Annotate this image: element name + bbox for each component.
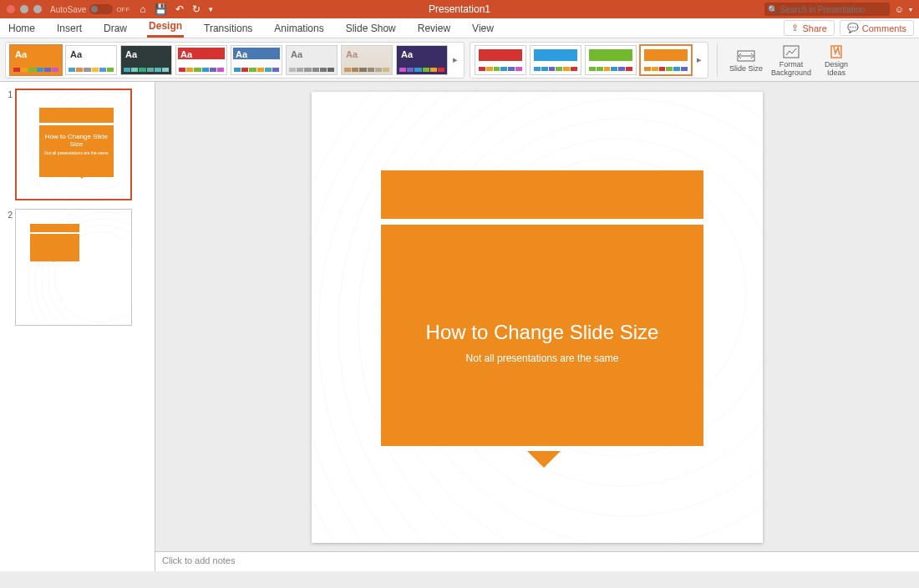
undo-icon[interactable]: ↶ (175, 3, 184, 15)
minimize-window-icon[interactable] (20, 5, 28, 13)
home-icon[interactable]: ⌂ (140, 3, 145, 15)
theme-dark[interactable]: Aa (120, 45, 172, 75)
window-titlebar: AutoSave OFF ⌂ 💾 ↶ ↻ ▾ Presentation1 🔍 ☺… (0, 0, 919, 18)
save-icon[interactable]: 💾 (155, 3, 167, 15)
format-bg-icon (771, 43, 811, 61)
format-bg-label: Format Background (771, 60, 811, 77)
editor-area: How to Change Slide Size Not all present… (155, 82, 919, 571)
slide-thumbnail-panel: 1 How to Change Slide SizeNot all presen… (0, 82, 155, 571)
theme-more-icon[interactable]: ▸ (449, 54, 461, 65)
design-ideas-icon (816, 43, 856, 61)
ribbon-tabs: Home Insert Draw Design Transitions Anim… (0, 18, 919, 38)
slide-subtitle[interactable]: Not all presentations are the same (381, 352, 703, 364)
variant-gallery: ▸ (470, 42, 708, 79)
autosave-label: AutoSave (50, 5, 86, 14)
tab-view[interactable]: View (470, 19, 495, 38)
share-button[interactable]: ⇪Share (784, 20, 834, 36)
slide-size-label: Slide Size (729, 64, 763, 73)
variant-green[interactable] (585, 45, 637, 75)
qat-more-icon[interactable]: ▾ (209, 5, 213, 13)
svg-rect-2 (784, 46, 799, 58)
tab-slide-show[interactable]: Slide Show (344, 19, 398, 38)
theme-purple[interactable]: Aa (396, 45, 448, 75)
variant-orange[interactable] (640, 45, 692, 75)
search-icon: 🔍 (768, 5, 778, 14)
theme-photo[interactable]: Aa (341, 45, 393, 75)
comments-button[interactable]: 💬Comments (840, 20, 914, 36)
workspace: 1 How to Change Slide SizeNot all presen… (0, 82, 919, 571)
theme-gallery: Aa Aa Aa Aa Aa Aa Aa Aa ▸ (5, 42, 465, 79)
tab-animations[interactable]: Animations (272, 19, 325, 38)
design-ribbon: Aa Aa Aa Aa Aa Aa Aa Aa ▸ ▸ Slide Size F… (0, 38, 919, 82)
slide-canvas[interactable]: How to Change Slide Size Not all present… (312, 92, 763, 543)
notes-pane[interactable]: Click to add notes (155, 551, 919, 571)
title-shape[interactable]: How to Change Slide Size Not all present… (381, 170, 703, 446)
search-box[interactable]: 🔍 (764, 3, 890, 16)
slide-size-button[interactable]: Slide Size (726, 47, 766, 74)
design-ideas-label: Design Ideas (825, 60, 848, 77)
variant-more-icon[interactable]: ▸ (693, 54, 705, 65)
zoom-window-icon[interactable] (33, 5, 42, 13)
slide-stage[interactable]: How to Change Slide Size Not all present… (155, 82, 919, 551)
design-ideas-button[interactable]: Design Ideas (816, 43, 856, 78)
search-input[interactable] (780, 5, 886, 14)
document-title: Presentation1 (429, 3, 490, 15)
tab-review[interactable]: Review (416, 19, 452, 38)
redo-icon[interactable]: ↻ (192, 3, 201, 15)
variant-red[interactable] (475, 45, 526, 75)
autosave-state: OFF (116, 6, 129, 13)
account-chevron-icon[interactable]: ▾ (909, 6, 912, 13)
comment-icon: 💬 (847, 23, 859, 33)
slide-thumbnail-2[interactable] (15, 209, 132, 326)
close-window-icon[interactable] (7, 5, 15, 13)
slide-title[interactable]: How to Change Slide Size (381, 321, 703, 344)
variant-blue[interactable] (530, 45, 581, 75)
window-controls (0, 5, 42, 13)
format-background-button[interactable]: Format Background (771, 43, 811, 78)
tab-home[interactable]: Home (7, 19, 37, 38)
theme-red[interactable]: Aa (175, 45, 227, 75)
quick-access-toolbar: ⌂ 💾 ↶ ↻ ▾ (140, 3, 212, 15)
slide-thumbnail-1[interactable]: How to Change Slide SizeNot all presenta… (15, 89, 132, 200)
thumb-number: 1 (5, 89, 15, 200)
ribbon-separator (717, 43, 718, 77)
theme-orange[interactable]: Aa (10, 45, 62, 75)
thumb-number: 2 (5, 209, 15, 326)
tab-transitions[interactable]: Transitions (202, 19, 254, 38)
autosave-toggle[interactable]: AutoSave OFF (50, 4, 129, 14)
theme-white[interactable]: Aa (65, 45, 117, 75)
account-icon[interactable]: ☺ (895, 4, 904, 14)
tab-design[interactable]: Design (147, 17, 184, 38)
theme-gray[interactable]: Aa (286, 45, 338, 75)
theme-blue[interactable]: Aa (231, 45, 282, 75)
slide-size-icon (726, 47, 766, 65)
tab-insert[interactable]: Insert (55, 19, 84, 38)
tab-draw[interactable]: Draw (102, 19, 129, 38)
share-icon: ⇪ (791, 23, 799, 33)
